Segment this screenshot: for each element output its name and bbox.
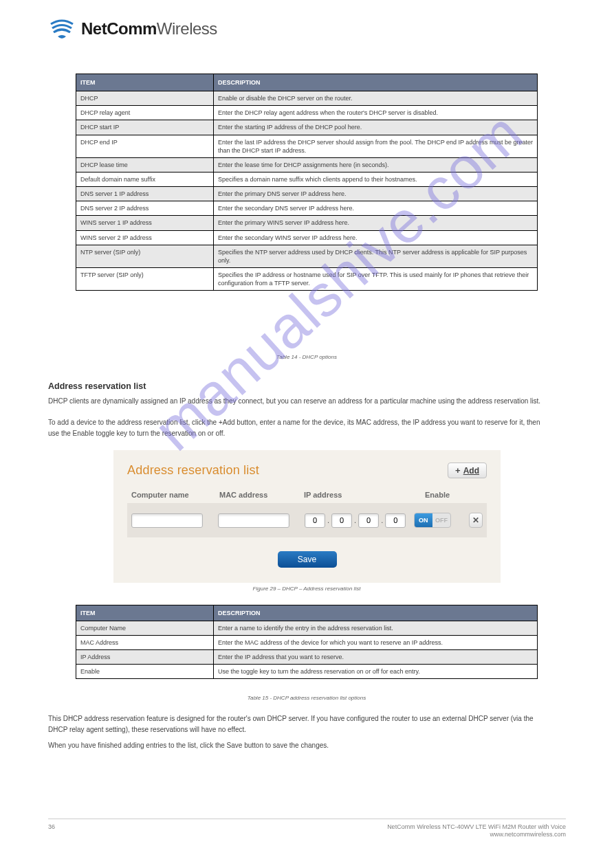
close-icon: ✕ [472, 515, 479, 525]
table-header-desc: DESCRIPTION [214, 605, 538, 621]
table-cell: IP Address [76, 650, 214, 665]
table-cell: Enter the primary WINS server IP address… [214, 216, 538, 230]
table-cell: Enter the DHCP relay agent address when … [214, 106, 538, 120]
table-cell: Enable [76, 665, 214, 679]
table-cell: Enter the lease time for DHCP assignment… [214, 157, 538, 172]
footer-right: NetComm Wireless NTC-40WV LTE WiFi M2M R… [387, 823, 566, 839]
ip-octet-2[interactable] [331, 513, 352, 528]
table-cell: WINS server 1 IP address [76, 216, 214, 230]
table-cell: Enter the IP address that you want to re… [214, 650, 538, 665]
table-cell: Computer Name [76, 621, 214, 636]
table-cell: Enter the starting IP address of the DHC… [214, 120, 538, 135]
table-cell: DHCP end IP [76, 135, 214, 157]
mac-address-input[interactable] [218, 513, 289, 528]
footer-page-number: 36 [48, 823, 55, 839]
ip-octet-1[interactable] [305, 513, 325, 528]
reservation-fields-table: ITEM DESCRIPTION Computer NameEnter a na… [76, 605, 538, 679]
table-caption: Table 15 - DHCP address reservation list… [76, 695, 538, 701]
add-button[interactable]: + Add [448, 463, 487, 478]
closing-p1: This DHCP address reservation feature is… [48, 713, 543, 735]
remove-row-button[interactable]: ✕ [469, 513, 483, 528]
table-cell: Enter the MAC address of the device for … [214, 636, 538, 650]
closing-p2: When you have finished adding entries to… [48, 740, 543, 751]
ip-input-group: . . . [305, 513, 414, 528]
table-cell: DHCP lease time [76, 157, 214, 172]
computer-name-input[interactable] [131, 513, 203, 528]
intro-p2: To add a device to the address reservati… [48, 419, 540, 437]
table-cell: Enter the secondary DNS server IP addres… [214, 201, 538, 216]
ip-dot: . [380, 516, 384, 524]
table-cell: WINS server 2 IP address [76, 230, 214, 245]
col-header-ip: IP address [304, 491, 425, 499]
table-cell: NTP server (SIP only) [76, 245, 214, 267]
toggle-off-label: OFF [432, 513, 450, 527]
dhcp-options-table: ITEM DESCRIPTION DHCPEnable or disable t… [76, 74, 538, 291]
col-header-enable: Enable [425, 491, 473, 499]
col-header-mac: MAC address [219, 491, 304, 499]
footer-url: www.netcommwireless.com [387, 831, 566, 839]
table-cell: DHCP start IP [76, 120, 214, 135]
panel-title: Address reservation list [127, 463, 259, 478]
toggle-on-label: ON [415, 513, 432, 527]
table-cell: TFTP server (SIP only) [76, 267, 214, 290]
table-cell: DHCP [76, 91, 214, 106]
table-cell: Enter the secondary WINS server IP addre… [214, 230, 538, 245]
footer-product: NetComm Wireless NTC-40WV LTE WiFi M2M R… [387, 823, 566, 832]
intro-text: DHCP clients are dynamically assigned an… [48, 396, 543, 438]
brand-logo: NetCommWireless [48, 17, 217, 41]
ip-dot: . [353, 516, 357, 524]
closing-text: This DHCP address reservation feature is… [48, 713, 543, 757]
add-button-label: Add [463, 466, 479, 476]
section-heading: Address reservation list [48, 381, 146, 391]
netcomm-logo-icon [48, 17, 76, 41]
table-cell: Specifies a domain name suffix which cli… [214, 172, 538, 186]
table-cell: MAC Address [76, 636, 214, 650]
table-cell: Enable or disable the DHCP server on the… [214, 91, 538, 106]
table-cell: Specifies the NTP server address used by… [214, 245, 538, 267]
table-header-item: ITEM [76, 605, 214, 621]
col-header-computer: Computer name [131, 491, 219, 499]
table-cell: DHCP relay agent [76, 106, 214, 120]
column-headers: Computer name MAC address IP address Ena… [127, 491, 487, 499]
table-cell: Enter the primary DNS server IP address … [214, 187, 538, 201]
table-cell: Use the toggle key to turn the address r… [214, 665, 538, 679]
reservation-row: . . . ON OFF ✕ [127, 503, 487, 537]
save-button[interactable]: Save [278, 551, 337, 568]
ip-dot: . [327, 516, 330, 524]
ip-octet-3[interactable] [358, 513, 379, 528]
table-header-desc: DESCRIPTION [214, 74, 538, 91]
page-footer: 36 NetComm Wireless NTC-40WV LTE WiFi M2… [48, 819, 566, 839]
address-reservation-panel: Address reservation list + Add Computer … [113, 450, 501, 583]
ip-octet-4[interactable] [385, 513, 406, 528]
logo-text: NetCommWireless [81, 19, 217, 38]
table-caption: Table 14 - DHCP options [76, 354, 538, 360]
table-cell: DNS server 1 IP address [76, 187, 214, 201]
intro-p1: DHCP clients are dynamically assigned an… [48, 397, 540, 405]
table-cell: Enter the last IP address the DHCP serve… [214, 135, 538, 157]
table-cell: Enter a name to identify the entry in th… [214, 621, 538, 636]
figure-caption: Figure 29 – DHCP – Address reservation l… [76, 586, 538, 592]
table-cell: Default domain name suffix [76, 172, 214, 186]
table-cell: Specifies the IP address or hostname use… [214, 267, 538, 290]
enable-toggle[interactable]: ON OFF [414, 513, 451, 528]
plus-icon: + [455, 465, 461, 476]
table-cell: DNS server 2 IP address [76, 201, 214, 216]
table-header-item: ITEM [76, 74, 214, 91]
